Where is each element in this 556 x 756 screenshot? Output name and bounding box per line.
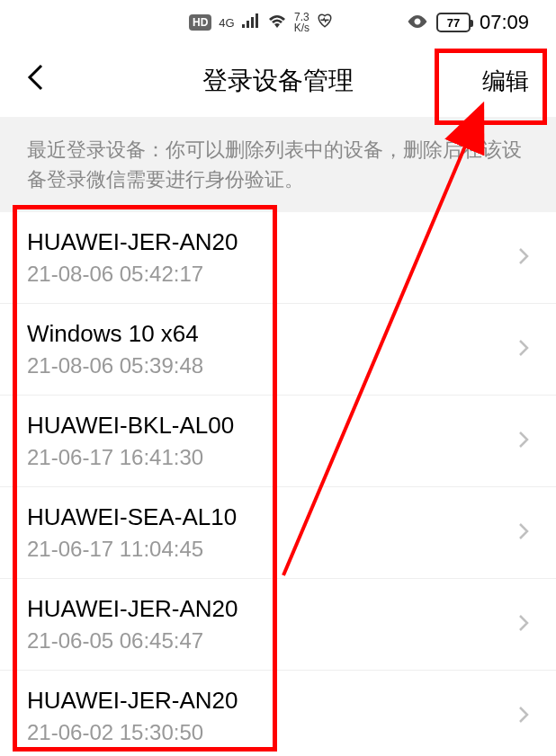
device-item[interactable]: HUAWEI-SEA-AL10 21-06-17 11:04:45 (0, 487, 556, 579)
chevron-right-icon (518, 610, 529, 638)
chevron-right-icon (518, 244, 529, 271)
battery-icon: 77 (436, 13, 471, 32)
device-time: 21-06-17 11:04:45 (27, 537, 237, 562)
back-icon[interactable] (27, 64, 43, 98)
status-bar: HD 4G 7.3 K/s 77 07:09 (0, 0, 556, 45)
svg-rect-0 (242, 24, 245, 28)
network-speed: 7.3 K/s (294, 12, 309, 33)
status-right: 77 07:09 (408, 11, 529, 34)
svg-rect-1 (247, 21, 249, 28)
network-type: 4G (219, 16, 234, 30)
svg-rect-3 (256, 13, 258, 28)
heart-icon (317, 13, 333, 33)
device-item[interactable]: HUAWEI-JER-AN20 21-08-06 05:42:17 (0, 212, 556, 304)
edit-button[interactable]: 编辑 (482, 66, 529, 97)
device-time: 21-06-05 06:45:47 (27, 628, 238, 654)
device-item[interactable]: HUAWEI-BKL-AL00 21-06-17 16:41:30 (0, 396, 556, 487)
nav-bar: 登录设备管理 编辑 (0, 45, 556, 117)
chevron-right-icon (518, 519, 529, 547)
device-name: HUAWEI-JER-AN20 (27, 595, 238, 623)
device-name: HUAWEI-JER-AN20 (27, 228, 238, 256)
device-time: 21-08-06 05:39:48 (27, 353, 203, 378)
chevron-right-icon (518, 702, 529, 730)
device-name: HUAWEI-JER-AN20 (27, 687, 238, 715)
info-text: 最近登录设备：你可以删除列表中的设备，删除后在该设备登录微信需要进行身份验证。 (0, 117, 556, 212)
device-name: HUAWEI-SEA-AL10 (27, 503, 237, 531)
page-title: 登录设备管理 (202, 64, 354, 98)
device-time: 21-06-17 16:41:30 (27, 445, 234, 470)
hd-badge: HD (189, 14, 211, 31)
device-list: HUAWEI-JER-AN20 21-08-06 05:42:17 Window… (0, 212, 556, 756)
device-info: HUAWEI-BKL-AL00 21-06-17 16:41:30 (27, 412, 234, 470)
device-item[interactable]: Windows 10 x64 21-08-06 05:39:48 (0, 304, 556, 396)
clock-time: 07:09 (480, 11, 529, 34)
device-info: HUAWEI-JER-AN20 21-06-02 15:30:50 (27, 687, 238, 745)
chevron-right-icon (518, 335, 529, 363)
wifi-icon (267, 13, 287, 32)
device-time: 21-08-06 05:42:17 (27, 262, 238, 287)
device-item[interactable]: HUAWEI-JER-AN20 21-06-02 15:30:50 (0, 671, 556, 756)
status-left: HD 4G 7.3 K/s (189, 12, 333, 33)
device-info: Windows 10 x64 21-08-06 05:39:48 (27, 320, 203, 378)
device-info: HUAWEI-SEA-AL10 21-06-17 11:04:45 (27, 503, 237, 562)
device-name: HUAWEI-BKL-AL00 (27, 412, 234, 440)
signal-icon (242, 13, 260, 32)
device-name: Windows 10 x64 (27, 320, 203, 348)
device-info: HUAWEI-JER-AN20 21-08-06 05:42:17 (27, 228, 238, 287)
eye-icon (408, 13, 427, 32)
chevron-right-icon (518, 427, 529, 455)
svg-rect-2 (251, 17, 254, 28)
device-time: 21-06-02 15:30:50 (27, 720, 238, 745)
device-item[interactable]: HUAWEI-JER-AN20 21-06-05 06:45:47 (0, 579, 556, 671)
device-info: HUAWEI-JER-AN20 21-06-05 06:45:47 (27, 595, 238, 654)
